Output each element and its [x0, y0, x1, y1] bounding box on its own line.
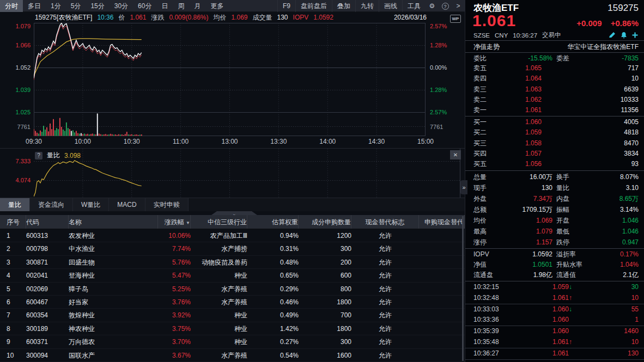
quantity-cell: 1600	[299, 349, 351, 361]
menu-item[interactable]: 更多	[205, 0, 228, 12]
arrow-down-icon: ↓	[569, 304, 578, 315]
menu-item[interactable]: 30分	[110, 0, 133, 12]
indicator-close-icon[interactable]: ✕	[450, 150, 461, 159]
table-header-cell[interactable]: 申购现金替代	[419, 215, 465, 229]
tick-row[interactable]: 10:33:031.060↓55	[465, 304, 644, 315]
tab-item[interactable]: MACD	[109, 198, 145, 211]
chevron-double-icon: »	[462, 184, 465, 191]
industry-cell: 水产养殖	[191, 349, 247, 361]
stat-label: 最低	[552, 226, 600, 237]
tick-row[interactable]: 10:36:271.061130	[465, 348, 644, 359]
menu-item[interactable]: F9	[277, 0, 295, 12]
bid-row[interactable]: 买五1.05693	[465, 159, 644, 169]
edit-pencil-icon[interactable]	[608, 32, 616, 39]
stat-value: 1.157	[506, 237, 552, 248]
ask-row[interactable]: 卖五1.065717	[465, 63, 644, 73]
indicator-help-icon[interactable]: ?	[35, 152, 42, 159]
ask-row[interactable]: 卖四1.06410	[465, 73, 644, 84]
table-row[interactable]: 6600467好当家3.76%水产养殖0.46%1800允许	[0, 296, 465, 309]
settings-gear-icon[interactable]: ⚙	[426, 0, 439, 12]
menu-item[interactable]: 周	[173, 0, 189, 12]
panel-collapse-handle[interactable]: »	[211, 211, 257, 215]
tab-selected[interactable]: 量比	[0, 198, 30, 211]
table-row[interactable]: 5002069獐子岛5.25%水产养殖0.29%800允许	[0, 283, 465, 296]
chevron-right-icon[interactable]: >	[452, 0, 465, 12]
table-header-cell[interactable]: 成分申购数量	[299, 215, 351, 229]
tab-item[interactable]: 资金流向	[30, 198, 73, 211]
menu-item[interactable]: 工具	[402, 0, 426, 12]
bid-row[interactable]: 买三1.0588470	[465, 138, 644, 149]
menu-item[interactable]: 多日	[23, 0, 46, 12]
change-cell: 5.25%	[158, 283, 191, 295]
bid-row[interactable]: 买一1.0604005	[465, 117, 644, 127]
table-header-cell[interactable]: 现金替代标志	[351, 215, 419, 229]
indicator-chart-canvas[interactable]	[34, 149, 460, 198]
table-row[interactable]: 2000798中水渔业7.74%水产捕捞0.31%300允许	[0, 242, 465, 255]
ask-row[interactable]: 卖三1.0636639	[465, 84, 644, 95]
security-code: 159275	[607, 3, 639, 14]
table-row[interactable]: 3300871回盛生物5.76%动物疫苗及兽药0.48%200允许	[0, 256, 465, 269]
tick-list: 10:32:151.059↓3010:32:481.061↑1010:33:03…	[465, 282, 644, 360]
panel-expand-handle[interactable]: »	[460, 180, 467, 194]
intraday-chart-canvas[interactable]	[34, 23, 426, 136]
intraday-chart[interactable]: 1.0791.0661.0521.0391.0252.57%1.28%0.00%…	[0, 23, 465, 136]
menu-item[interactable]: 1分	[46, 0, 66, 12]
tab-item[interactable]: 实时申赎	[145, 198, 189, 211]
stat-label: 振幅	[552, 204, 600, 215]
table-header-cell[interactable]: 估算权重	[247, 215, 299, 229]
cash-substitute-cell	[419, 309, 465, 321]
table-header-cell[interactable]: 涨跌幅▼	[158, 215, 191, 229]
menu-item[interactable]: 15分	[86, 0, 109, 12]
weight-cell: 1.42%	[247, 322, 299, 335]
table-header-cell[interactable]: 名称	[69, 215, 158, 229]
menu-item[interactable]: 5分	[66, 0, 86, 12]
menu-item[interactable]: 九转	[355, 0, 379, 12]
table-row[interactable]: 9600371万向德农3.70%种业0.27%300允许	[0, 335, 465, 348]
table-row[interactable]: 1600313农发种业10.06%农产品加工Ⅲ0.94%1200允许	[0, 229, 465, 242]
tick-row[interactable]: 10:35:481.061↑10	[465, 337, 644, 348]
weibi-row: 委比 -15.58% 委差 -7835	[465, 53, 644, 64]
quantity-cell: 1200	[299, 229, 351, 242]
y-axis-percent-label: 1.28%	[430, 41, 463, 49]
tab-item[interactable]: W量比	[73, 198, 109, 211]
alert-bell-icon[interactable]	[620, 32, 628, 39]
table-header-cell[interactable]: 序号	[0, 215, 26, 229]
weight-cell: 0.27%	[247, 335, 299, 348]
menu-item[interactable]: 分时	[0, 0, 23, 12]
quote-stats: 总量16.00万换手8.07%现手130量比3.10外盘7.34万内盘8.65万…	[465, 171, 644, 248]
table-row[interactable]: 10300094国联水产3.67%水产养殖0.54%1600允许	[0, 349, 465, 362]
table-header-cell[interactable]: 中信三级行业	[191, 215, 247, 229]
table-header-cell[interactable]: 代码	[26, 215, 69, 229]
tick-row[interactable]: 10:33:361.0601	[465, 315, 644, 326]
tick-volume: 10	[578, 293, 639, 304]
menu-item[interactable]: 日	[156, 0, 173, 12]
table-row[interactable]: 8300189神农种业3.75%种业1.42%1800允许	[0, 322, 465, 335]
weight-cell: 0.54%	[247, 349, 299, 361]
tick-price: 1.059	[552, 282, 569, 293]
wp-window-icon[interactable]: WP	[450, 15, 461, 23]
bid-row[interactable]: 买二1.0594818	[465, 127, 644, 138]
bid-row[interactable]: 买四1.0573834	[465, 149, 644, 159]
table-row[interactable]: 7600354敦煌种业3.92%种业0.49%700允许	[0, 309, 465, 322]
tick-row[interactable]: 10:35:391.0601460	[465, 326, 644, 337]
menu-item[interactable]: 盘前盘后	[295, 0, 332, 12]
table-scrollbar[interactable]	[462, 216, 464, 361]
nav-trend-label[interactable]: 净值走势	[473, 42, 500, 52]
ask-row[interactable]: 卖一1.06111356	[465, 105, 644, 115]
stat-label: 量比	[552, 182, 600, 193]
stat-value: 1.98亿	[506, 270, 552, 280]
help-icon[interactable]: ?	[439, 0, 452, 12]
tick-row[interactable]: 10:32:481.061↑10	[465, 293, 644, 304]
indicator-panel[interactable]: ? 量比 3.098 ✕ 7.3334.074	[0, 148, 465, 198]
ask-row[interactable]: 卖二1.06210333	[465, 95, 644, 105]
bid-label: 买一	[473, 117, 525, 127]
menu-item[interactable]: 画线	[379, 0, 402, 12]
menu-item[interactable]: 60分	[133, 0, 156, 12]
tick-row[interactable]: 10:32:151.059↓30	[465, 282, 644, 293]
exchange: SZSE	[473, 32, 490, 39]
table-row[interactable]: 4002041登海种业5.47%种业0.65%600允许	[0, 269, 465, 282]
menu-item[interactable]: 叠加	[332, 0, 355, 12]
menu-item[interactable]: 月	[189, 0, 205, 12]
stat-value: 1709.15万	[506, 204, 552, 215]
add-plus-icon[interactable]	[631, 32, 639, 39]
